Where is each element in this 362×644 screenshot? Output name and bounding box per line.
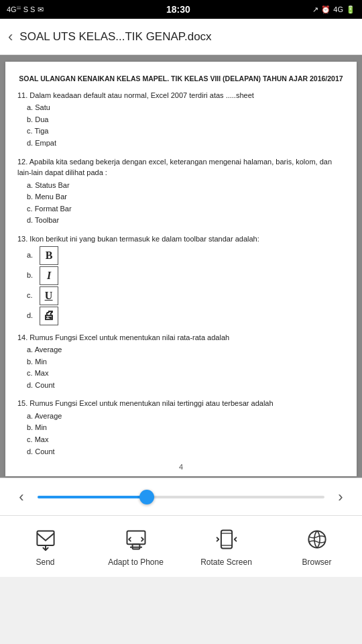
signal-arrow-icon: ↗	[312, 5, 318, 14]
q13-options: a. B b. I c. U d. 🖨	[17, 246, 345, 325]
question-14: 14. Rumus Fungsi Excel untuk menentukan …	[17, 332, 345, 392]
q13-content: Ikon berikut ini yang bukan termasuk ke …	[29, 235, 259, 243]
q11-content: Dalam keadaan default atau normal, Excel…	[29, 91, 253, 99]
battery-icon: 🔋	[346, 5, 355, 14]
q12-number: 12.	[17, 158, 27, 166]
browser-button[interactable]: Browser	[272, 525, 362, 567]
document-container: SOAL ULANGAN KENAIKAN KELAS MAPEL. TIK K…	[0, 55, 362, 478]
doc-page-title: SOAL ULANGAN KENAIKAN KELAS MAPEL. TIK K…	[17, 74, 345, 85]
q14-options: a. Average b. Min c. Max d. Count	[17, 344, 345, 391]
q13-d-label: d.	[27, 310, 33, 321]
signal-icon: 4Gⁱⁱⁱ	[7, 5, 21, 14]
msg-icon: ✉	[38, 5, 44, 14]
svg-rect-0	[37, 531, 54, 545]
bold-formatting-icon: B	[40, 246, 58, 265]
back-button[interactable]: ‹	[8, 28, 13, 46]
document-page: SOAL ULANGAN KENAIKAN KELAS MAPEL. TIK K…	[5, 62, 357, 476]
question-12: 12. Apabila kita sedang bekerja dengan e…	[17, 156, 345, 227]
title-bar: ‹ SOAL UTS KELAS...TIK GENAP.docx	[0, 19, 362, 55]
page-slider-bar: ‹ ›	[0, 478, 362, 515]
q13-opt-b-row: b. I	[27, 266, 345, 285]
q11-number: 11.	[17, 91, 27, 99]
q13-opt-d-row: d. 🖨	[27, 307, 345, 325]
q15-content: Rumus Fungsi Excel untuk menentukan nila…	[29, 399, 273, 407]
q11-opt-d: d. Empat	[27, 138, 345, 150]
q12-opt-c: c. Format Bar	[27, 203, 345, 215]
clock-icon: ⏰	[321, 5, 330, 14]
underline-formatting-icon: U	[40, 286, 58, 305]
status-bar: 4Gⁱⁱⁱ S S ✉ 18:30 ↗ ⏰ 4G 🔋	[0, 0, 362, 19]
q11-opt-a: a. Satu	[27, 102, 345, 114]
q11-options: a. Satu b. Dua c. Tiga d. Empat	[17, 102, 345, 149]
adapt-icon	[122, 525, 150, 553]
q11-opt-c: c. Tiga	[27, 125, 345, 138]
page-slider-track[interactable]	[38, 496, 324, 498]
sim-icons: S S	[23, 5, 36, 13]
q13-c-label: c.	[27, 290, 33, 301]
q12-opt-b: b. Menu Bar	[27, 191, 345, 203]
question-13-text: 13. Ikon berikut ini yang bukan termasuk…	[17, 233, 345, 245]
q12-content: Apabila kita sedang bekerja dengan excel…	[17, 158, 332, 177]
q13-number: 13.	[17, 235, 27, 243]
q12-opt-a: a. Status Bar	[27, 180, 345, 192]
q14-opt-a: a. Average	[27, 344, 345, 356]
q14-opt-d: d. Count	[27, 380, 345, 392]
q15-number: 15.	[17, 399, 27, 407]
question-14-text: 14. Rumus Fungsi Excel untuk menentukan …	[17, 332, 345, 343]
send-icon	[32, 525, 60, 553]
italic-formatting-icon: I	[40, 266, 58, 285]
printer-toolbar-icon: 🖨	[40, 307, 58, 325]
question-15: 15. Rumus Fungsi Excel untuk menentukan …	[17, 398, 345, 458]
q15-opt-b: b. Min	[27, 422, 345, 434]
q14-opt-b: b. Min	[27, 356, 345, 368]
browser-label: Browser	[302, 557, 331, 567]
q13-opt-c-row: c. U	[27, 286, 345, 305]
q13-a-label: a.	[27, 250, 33, 261]
question-13: 13. Ikon berikut ini yang bukan termasuk…	[17, 233, 345, 325]
q14-content: Rumus Fungsi Excel untuk menentukan nila…	[29, 333, 229, 341]
page-number: 4	[5, 462, 357, 473]
q13-opt-a-row: a. B	[27, 246, 345, 265]
q12-opt-d: d. Toolbar	[27, 215, 345, 227]
question-11-text: 11. Dalam keadaan default atau normal, E…	[17, 90, 345, 101]
send-label: Send	[36, 557, 54, 567]
slider-fill	[38, 496, 147, 498]
rotate-icon	[213, 525, 241, 553]
q15-opt-d: d. Count	[27, 446, 345, 458]
q14-number: 14.	[17, 333, 27, 341]
q15-opt-a: a. Average	[27, 411, 345, 423]
q11-opt-b: b. Dua	[27, 114, 345, 126]
q12-options: a. Status Bar b. Menu Bar c. Format Bar …	[17, 180, 345, 227]
q15-opt-c: c. Max	[27, 434, 345, 446]
send-button[interactable]: Send	[0, 525, 90, 567]
next-page-button[interactable]: ›	[330, 488, 351, 506]
slider-thumb[interactable]	[139, 490, 154, 504]
prev-page-button[interactable]: ‹	[11, 488, 32, 506]
question-15-text: 15. Rumus Fungsi Excel untuk menentukan …	[17, 398, 345, 409]
status-left: 4Gⁱⁱⁱ S S ✉	[7, 5, 44, 14]
bottom-toolbar: Send Adapt to Phone Rotate Screen	[0, 515, 362, 577]
status-time: 18:30	[166, 4, 190, 15]
lte-icon: 4G	[333, 5, 343, 13]
status-right: ↗ ⏰ 4G 🔋	[312, 5, 355, 14]
document-title: SOAL UTS KELAS...TIK GENAP.docx	[19, 30, 354, 44]
browser-icon	[303, 525, 331, 553]
rotate-label: Rotate Screen	[200, 557, 252, 567]
q15-options: a. Average b. Min c. Max d. Count	[17, 411, 345, 458]
q13-b-label: b.	[27, 270, 33, 281]
svg-rect-1	[127, 531, 145, 544]
adapt-to-phone-button[interactable]: Adapt to Phone	[90, 525, 181, 567]
rotate-screen-button[interactable]: Rotate Screen	[181, 525, 272, 567]
adapt-label: Adapt to Phone	[108, 557, 164, 567]
question-12-text: 12. Apabila kita sedang bekerja dengan e…	[17, 156, 345, 178]
q14-opt-c: c. Max	[27, 368, 345, 380]
question-11: 11. Dalam keadaan default atau normal, E…	[17, 90, 345, 150]
